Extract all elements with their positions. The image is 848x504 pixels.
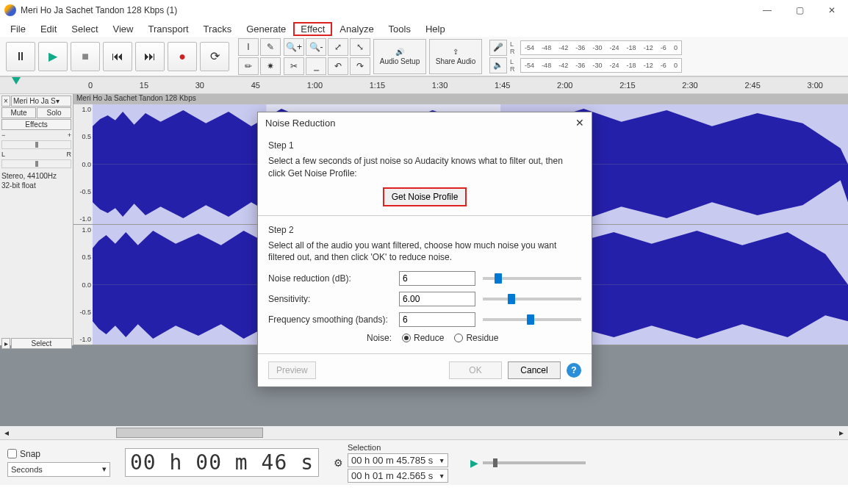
play-at-speed-button[interactable]: ▶: [470, 457, 478, 469]
pause-button[interactable]: ⏸: [6, 42, 35, 71]
record-button[interactable]: ●: [168, 42, 197, 71]
menu-effect[interactable]: Effect: [293, 22, 332, 36]
playback-speaker-icon[interactable]: 🔈: [489, 57, 507, 73]
snap-unit-select[interactable]: Seconds▾: [7, 462, 110, 477]
track-close-button[interactable]: ×: [1, 96, 10, 107]
playback-meter[interactable]: -54-48-42-36-30-24-18-12-60: [520, 58, 682, 73]
step2-heading: Step 2: [268, 225, 581, 235]
scroll-left-icon[interactable]: ◂: [0, 428, 13, 438]
recording-meter[interactable]: -54-48-42-36-30-24-18-12-60: [520, 40, 682, 55]
app-logo: [4, 4, 16, 16]
menu-analyze[interactable]: Analyze: [332, 22, 381, 36]
fit-selection-button[interactable]: ⤢: [328, 38, 348, 56]
menu-select[interactable]: Select: [64, 22, 105, 36]
preview-button[interactable]: Preview: [268, 361, 316, 379]
main-timecode[interactable]: 00 h 00 m 46 s: [125, 448, 319, 477]
selection-label: Selection: [348, 443, 448, 452]
menu-edit[interactable]: Edit: [33, 22, 64, 36]
menu-tools[interactable]: Tools: [381, 22, 418, 36]
trim-button[interactable]: ✂: [284, 57, 304, 75]
noise-reduction-label: Noise reduction (dB):: [268, 273, 392, 284]
maximize-button[interactable]: ▢: [783, 0, 816, 21]
playback-speed-slider[interactable]: [483, 461, 586, 464]
zoom-out-button[interactable]: 🔍-: [306, 38, 326, 56]
play-button[interactable]: ▶: [38, 42, 68, 71]
amp-scale-left: 1.00.50.0-0.5-1.0: [73, 104, 93, 224]
amp-scale-right: 1.00.50.0-0.5-1.0: [73, 225, 93, 345]
noise-reduction-input[interactable]: [399, 271, 475, 286]
silence-button[interactable]: ⎯: [306, 57, 326, 75]
multi-tool[interactable]: ✷: [260, 57, 281, 75]
menu-transport[interactable]: Transport: [140, 22, 195, 36]
dialog-close-button[interactable]: ✕: [575, 117, 584, 129]
selection-tool[interactable]: I: [238, 38, 259, 56]
menu-tracks[interactable]: Tracks: [196, 22, 240, 36]
effects-button[interactable]: Effects: [1, 119, 71, 130]
status-toolbar: Snap Seconds▾ 00 h 00 m 46 s ⚙ Selection…: [0, 439, 848, 485]
meters: 🎤 LR -54-48-42-36-30-24-18-12-60 🔈 LR -5…: [489, 40, 682, 73]
snap-checkbox[interactable]: Snap: [7, 449, 110, 459]
pan-slider[interactable]: [1, 159, 71, 168]
selection-start-timecode[interactable]: 00 h 00 m 45.785 s ▾: [348, 453, 448, 467]
playhead-icon[interactable]: [12, 77, 21, 84]
step1-heading: Step 1: [268, 140, 581, 151]
track-title-bar[interactable]: Meri Ho Ja Sachet Tandon 128 Kbps: [73, 94, 848, 104]
time-ruler[interactable]: 01530451:001:151:301:452:002:152:302:453…: [0, 76, 848, 94]
solo-button[interactable]: Solo: [37, 107, 71, 118]
menu-help[interactable]: Help: [418, 22, 453, 36]
freq-smoothing-slider[interactable]: [483, 318, 581, 321]
gain-slider[interactable]: [1, 140, 71, 149]
minimize-button[interactable]: —: [751, 0, 783, 21]
sensitivity-slider[interactable]: [483, 298, 581, 300]
share-audio-label: Share Audio: [436, 57, 476, 65]
step2-description: Select all of the audio you want filtere…: [268, 240, 581, 264]
mute-button[interactable]: Mute: [1, 107, 36, 118]
noise-mode-label: Noise:: [268, 333, 392, 343]
skip-start-button[interactable]: ⏮: [103, 42, 132, 71]
track-format-info: Stereo, 44100Hz 32-bit float: [1, 171, 71, 190]
noise-reduction-slider[interactable]: [483, 277, 581, 280]
dialog-titlebar[interactable]: Noise Reduction ✕: [258, 112, 592, 133]
draw-tool[interactable]: ✏: [238, 57, 259, 75]
horizontal-scrollbar[interactable]: ◂ ▸: [0, 426, 848, 439]
meter-play-r: R: [510, 65, 517, 73]
redo-button[interactable]: ↷: [350, 57, 370, 75]
track-name-dropdown[interactable]: Meri Ho Ja S▾: [11, 96, 71, 107]
selection-end-timecode[interactable]: 00 h 01 m 42.565 s ▾: [348, 469, 448, 483]
undo-button[interactable]: ↶: [328, 57, 348, 75]
cancel-button[interactable]: Cancel: [508, 361, 561, 379]
meter-rec-r: R: [510, 48, 517, 55]
sensitivity-input[interactable]: [399, 292, 475, 306]
mic-icon[interactable]: 🎤: [489, 40, 507, 56]
scrollbar-thumb[interactable]: [116, 428, 263, 438]
stop-button[interactable]: ■: [71, 42, 100, 71]
residue-radio[interactable]: Residue: [454, 333, 498, 343]
audio-setup-label: Audio Setup: [380, 57, 420, 65]
noise-reduction-dialog: Noise Reduction ✕ Step 1 Select a few se…: [257, 112, 592, 387]
freq-smoothing-input[interactable]: [399, 312, 475, 327]
scroll-right-icon[interactable]: ▸: [835, 428, 848, 438]
share-audio-button[interactable]: ⇪ Share Audio: [429, 39, 482, 74]
audio-setup-button[interactable]: 🔊 Audio Setup: [373, 39, 426, 74]
get-noise-profile-button[interactable]: Get Noise Profile: [383, 187, 467, 206]
menu-generate[interactable]: Generate: [239, 22, 293, 36]
help-button[interactable]: ?: [567, 363, 581, 378]
reduce-radio[interactable]: Reduce: [402, 333, 444, 343]
track-select-button[interactable]: Select: [11, 338, 72, 349]
track-control-panel: × Meri Ho Ja S▾ Mute Solo Effects −+ LR …: [0, 94, 73, 345]
loop-button[interactable]: ⟳: [200, 42, 229, 71]
selection-settings-icon[interactable]: ⚙: [334, 457, 343, 469]
menu-file[interactable]: File: [3, 22, 33, 36]
ruler-ticks: 01530451:001:151:301:452:002:152:302:453…: [88, 81, 823, 90]
skip-end-button[interactable]: ⏭: [135, 42, 165, 71]
window-buttons: — ▢ ✕: [751, 0, 848, 21]
sensitivity-label: Sensitivity:: [268, 294, 392, 304]
envelope-tool[interactable]: ✎: [260, 38, 281, 56]
close-button[interactable]: ✕: [816, 0, 848, 21]
menu-view[interactable]: View: [106, 22, 141, 36]
ok-button[interactable]: OK: [449, 361, 502, 379]
zoom-in-button[interactable]: 🔍+: [284, 38, 304, 56]
track-collapse-button[interactable]: ▸: [1, 338, 10, 349]
fit-project-button[interactable]: ⤡: [350, 38, 370, 56]
menubar: File Edit Select View Transport Tracks G…: [0, 21, 848, 37]
